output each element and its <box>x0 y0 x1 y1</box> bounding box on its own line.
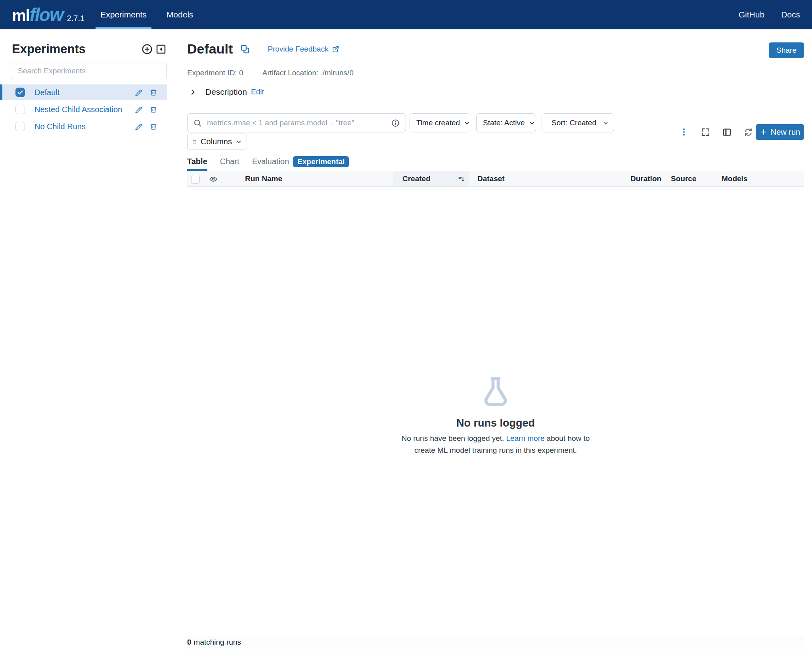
chevron-down-icon <box>236 139 242 145</box>
collapse-sidebar-icon[interactable] <box>155 43 167 55</box>
add-experiment-icon[interactable] <box>141 43 153 55</box>
experiment-list: Default Nested Child Association <box>0 84 175 134</box>
sort-label: Sort: Created <box>552 119 596 127</box>
side-panel-icon[interactable] <box>722 127 732 137</box>
experiment-name-link[interactable]: Default <box>34 88 59 97</box>
chevron-down-icon <box>603 120 609 126</box>
run-filter-input[interactable] <box>207 119 391 127</box>
edit-pencil-icon[interactable] <box>134 122 143 131</box>
nav-tab-models[interactable]: Models <box>166 0 194 29</box>
runs-table-header: Run Name Created Dataset Duration Source… <box>187 171 804 187</box>
column-header-duration[interactable]: Duration <box>630 171 661 186</box>
tab-evaluation[interactable]: Evaluation <box>252 157 289 171</box>
sidebar-item-no-child-runs[interactable]: No Child Runs <box>0 119 167 134</box>
description-label: Description <box>205 87 247 97</box>
table-footer: 0 matching runs <box>187 635 804 649</box>
sidebar-item-default[interactable]: Default <box>0 84 167 100</box>
selected-indicator <box>0 84 2 100</box>
top-navbar: ml flow 2.7.1 Experiments Models GitHub … <box>0 0 812 29</box>
empty-text-part1: No runs have been logged yet. <box>402 434 504 442</box>
experiment-checkbox[interactable] <box>15 105 25 114</box>
column-header-source[interactable]: Source <box>671 171 696 186</box>
overflow-menu-icon[interactable] <box>679 127 689 137</box>
mlflow-logo[interactable]: ml flow 2.7.1 <box>12 4 84 25</box>
feedback-label: Provide Feedback <box>268 45 328 54</box>
experiment-name-link[interactable]: No Child Runs <box>34 122 86 131</box>
fullscreen-icon[interactable] <box>700 127 710 137</box>
chevron-right-icon <box>189 88 197 96</box>
share-button[interactable]: Share <box>769 42 804 58</box>
github-link[interactable]: GitHub <box>739 10 764 19</box>
copy-icon[interactable] <box>240 44 250 54</box>
new-run-label: New run <box>771 128 800 137</box>
matching-runs-label: matching runs <box>194 638 241 647</box>
search-experiments-input[interactable] <box>12 63 167 79</box>
description-section[interactable]: Description Edit <box>189 87 264 97</box>
flask-icon <box>479 374 512 408</box>
delete-trash-icon[interactable] <box>149 105 157 113</box>
state-filter-dropdown[interactable]: State: Active <box>476 113 536 132</box>
run-search-box <box>187 113 406 132</box>
columns-label: Columns <box>201 137 232 146</box>
description-edit-link[interactable]: Edit <box>251 88 264 96</box>
empty-state-title: No runs logged <box>187 417 804 429</box>
sort-descending-icon[interactable] <box>458 175 466 185</box>
docs-link[interactable]: Docs <box>781 10 800 19</box>
empty-text-line2: create ML model training runs in this ex… <box>414 446 577 454</box>
table-action-icons <box>679 127 753 137</box>
time-created-dropdown[interactable]: Time created <box>410 113 470 132</box>
page-title: Default <box>187 41 233 57</box>
edit-pencil-icon[interactable] <box>134 105 143 114</box>
refresh-icon[interactable] <box>743 127 753 137</box>
experiments-sidebar: Experiments <box>0 29 175 136</box>
sort-dropdown[interactable]: Sort: Created <box>542 113 614 132</box>
empty-state: No runs logged No runs have been logged … <box>187 374 804 456</box>
tab-table[interactable]: Table <box>187 157 207 171</box>
experiment-name-link[interactable]: Nested Child Association <box>34 105 122 114</box>
new-run-button[interactable]: New run <box>756 124 804 140</box>
time-created-label: Time created <box>416 119 460 127</box>
column-header-dataset[interactable]: Dataset <box>477 171 505 186</box>
state-filter-label: State: Active <box>483 119 525 127</box>
column-header-run-name[interactable]: Run Name <box>245 171 282 186</box>
columns-grid-icon <box>192 138 197 146</box>
matching-runs-count: 0 <box>187 638 192 647</box>
nav-tabs: Experiments Models <box>100 0 212 29</box>
nav-links: GitHub Docs <box>739 10 800 19</box>
experiment-checkbox-checked[interactable] <box>15 88 25 97</box>
sidebar-title: Experiments <box>12 42 86 56</box>
view-tabs: Table Chart Evaluation Experimental <box>187 156 349 171</box>
experimental-badge: Experimental <box>293 156 349 167</box>
artifact-location-label: Artifact Location: ./mlruns/0 <box>262 69 354 77</box>
info-icon[interactable] <box>391 119 400 128</box>
empty-state-text: No runs have been logged yet.Learn morea… <box>187 433 804 456</box>
learn-more-link[interactable]: Learn more <box>506 434 544 442</box>
select-all-checkbox[interactable] <box>191 175 200 184</box>
empty-text-part2: about how to <box>547 434 590 442</box>
delete-trash-icon[interactable] <box>149 88 157 96</box>
logo-ml-text: ml <box>12 7 30 25</box>
column-header-created[interactable]: Created <box>402 171 431 186</box>
experiment-checkbox[interactable] <box>15 122 25 131</box>
sidebar-item-nested-child-association[interactable]: Nested Child Association <box>0 101 167 117</box>
chevron-down-icon <box>529 120 535 126</box>
tab-chart[interactable]: Chart <box>220 157 239 171</box>
experiment-id-label: Experiment ID: 0 <box>187 69 243 77</box>
chevron-down-icon <box>464 120 470 126</box>
delete-trash-icon[interactable] <box>149 123 157 130</box>
version-label: 2.7.1 <box>67 14 84 23</box>
plus-icon <box>760 128 768 136</box>
provide-feedback-link[interactable]: Provide Feedback <box>268 45 340 54</box>
external-link-icon <box>331 45 340 53</box>
columns-button[interactable]: Columns <box>187 134 247 149</box>
edit-pencil-icon[interactable] <box>134 88 143 97</box>
mlflow-app: ml flow 2.7.1 Experiments Models GitHub … <box>0 0 812 649</box>
column-header-models[interactable]: Models <box>722 171 747 186</box>
experiment-main-panel: Default Provide Feedback Share Experimen… <box>187 29 812 649</box>
search-icon <box>193 119 202 128</box>
nav-tab-experiments[interactable]: Experiments <box>100 0 147 29</box>
visibility-eye-icon[interactable] <box>209 175 218 185</box>
logo-flow-text: flow <box>30 4 63 25</box>
